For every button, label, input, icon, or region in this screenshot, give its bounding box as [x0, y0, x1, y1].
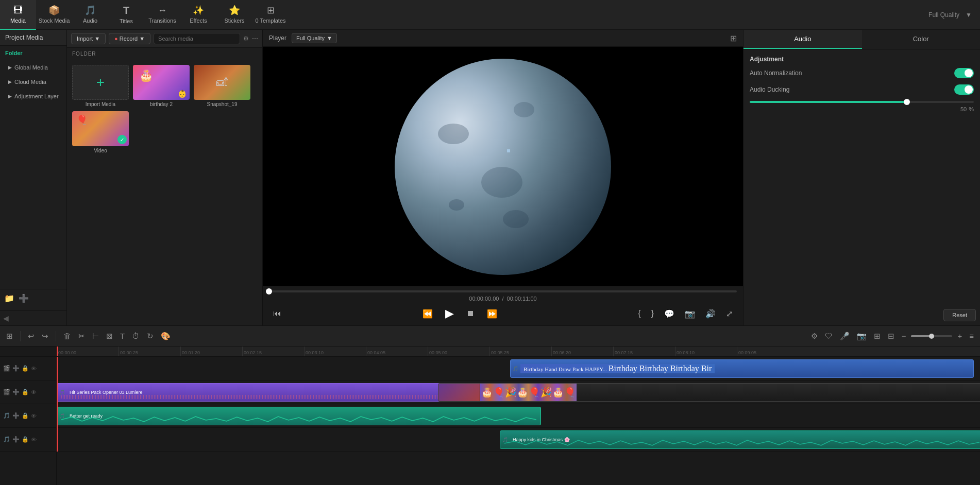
tl-cut-icon[interactable]: ✂ — [76, 331, 87, 342]
tl-minus-icon[interactable]: − — [900, 331, 908, 341]
auto-normalization-toggle[interactable] — [954, 68, 974, 78]
sidebar-item-global-media[interactable]: ▶ Global Media — [0, 60, 66, 75]
main-layout: Project Media Folder ▶ Global Media ▶ Cl… — [0, 30, 980, 325]
clip-better-get-ready[interactable]: 🎵 Better get ready — [57, 407, 541, 425]
tl-list-icon[interactable]: ≡ — [967, 331, 976, 341]
frame-forward-icon[interactable]: ⏩ — [483, 308, 501, 320]
sidebar-folder-icon[interactable]: 📁 — [4, 293, 14, 303]
project-media-header[interactable]: Project Media — [0, 30, 66, 46]
moon-crater-5 — [503, 210, 529, 228]
toolbar-templates-label: 0 Templates — [255, 18, 285, 24]
player-controls: 00:00:00.00 / 00:00:11:00 ⏮ ⏪ ▶ ⏹ ⏩ { } … — [263, 286, 743, 325]
tl-mic-icon[interactable]: 🎤 — [838, 331, 852, 342]
audio-ducking-toggle[interactable] — [954, 84, 974, 95]
tl-add-track-icon[interactable]: ⊞ — [4, 331, 15, 342]
track2-eye-icon[interactable]: 👁 — [31, 389, 37, 395]
track1-lock-icon[interactable]: 🔒 — [22, 365, 29, 372]
track4-add-icon[interactable]: ➕ — [12, 436, 20, 443]
mark-in-icon[interactable]: { — [634, 308, 645, 319]
track2-lock-icon[interactable]: 🔒 — [22, 389, 29, 395]
quality-select[interactable]: Full Quality ▼ — [292, 33, 337, 43]
track4-audio-icon: 🎵 — [3, 436, 10, 443]
tl-timer-icon[interactable]: ⏱ — [130, 331, 142, 341]
tl-text-icon[interactable]: T — [118, 331, 127, 341]
sidebar-add-icon[interactable]: ➕ — [19, 293, 29, 303]
timeline-scroll[interactable]: 00:00:00 00:00:25 00:01:20 00:02:15 00:0… — [57, 347, 980, 485]
tl-split-icon[interactable]: ⊢ — [90, 331, 101, 342]
toolbar-audio[interactable]: 🎵 Audio — [72, 0, 108, 30]
player-settings-icon[interactable]: ⊞ — [730, 34, 737, 43]
ducking-slider-track[interactable] — [750, 101, 974, 103]
tab-audio[interactable]: Audio — [744, 30, 862, 49]
record-button[interactable]: ● Record ▼ — [109, 33, 150, 44]
track3-eye-icon[interactable]: 👁 — [31, 413, 37, 419]
filter-icon[interactable]: ⚙ — [243, 35, 249, 42]
sidebar-item-adjustment-layer[interactable]: ▶ Adjustment Layer — [0, 89, 66, 103]
sidebar-item-cloud-media[interactable]: ▶ Cloud Media — [0, 75, 66, 89]
skip-back-icon[interactable]: ⏮ — [269, 308, 285, 319]
stickers-icon: ⭐ — [229, 5, 240, 16]
zoom-slider[interactable] — [911, 335, 952, 337]
tl-rotate-icon[interactable]: ↻ — [145, 331, 156, 342]
tl-color-icon[interactable]: 🎨 — [159, 331, 173, 342]
toolbar-transitions[interactable]: ↔ Transitions — [144, 0, 180, 30]
video-collage-frames: 🎂 🎈 🎉 🎂 🎈 🎉 🎂 🎈 — [438, 384, 577, 401]
tab-color[interactable]: Color — [862, 30, 981, 49]
tl-shield-icon[interactable]: 🛡 — [823, 331, 835, 341]
import-thumb[interactable]: + — [72, 65, 129, 100]
tl-camera-icon[interactable]: 📷 — [855, 331, 869, 342]
toolbar-media[interactable]: 🎞 Media — [0, 0, 36, 30]
ruler-spacer — [0, 347, 56, 357]
track1-add-icon[interactable]: ➕ — [12, 365, 20, 372]
mark-out-icon[interactable]: } — [647, 308, 658, 319]
play-icon[interactable]: ▶ — [441, 306, 458, 321]
progress-bar[interactable] — [269, 290, 737, 292]
tl-layout-icon[interactable]: ⊞ — [872, 331, 883, 342]
tl-undo-icon[interactable]: ↩ — [26, 331, 37, 342]
toolbar-stock-media[interactable]: 📦 Stock Media — [36, 0, 72, 30]
frame-back-icon[interactable]: ⏪ — [418, 308, 437, 320]
toolbar-templates[interactable]: ⊞ 0 Templates — [252, 0, 289, 30]
clip-hit-series[interactable]: 🎵 Hit Series Pack Opener 03 Lumiere — [57, 383, 500, 402]
clip-video-collage[interactable]: 🎂 🎈 🎉 🎂 🎈 🎉 🎂 🎈 — [438, 383, 980, 402]
project-media-label: Project Media — [5, 34, 43, 41]
toolbar-effects[interactable]: ✨ Effects — [180, 0, 216, 30]
folder-section-label: FOLDER — [67, 48, 262, 60]
fullscreen-icon[interactable]: ⤢ — [722, 308, 737, 320]
collapse-sidebar-btn[interactable]: ◀ — [0, 310, 66, 325]
track1-eye-icon[interactable]: 👁 — [31, 366, 37, 372]
media-item-snapshot19[interactable]: 🛋 Snapshot_19 — [194, 65, 250, 107]
track4-eye-icon[interactable]: 👁 — [31, 437, 37, 443]
track4-lock-icon[interactable]: 🔒 — [22, 436, 29, 443]
caption-icon[interactable]: 💬 — [660, 308, 679, 320]
toolbar-titles[interactable]: T Titles — [108, 0, 144, 30]
stop-icon[interactable]: ⏹ — [462, 308, 479, 319]
more-icon[interactable]: ⋯ — [252, 35, 258, 42]
media-item-video[interactable]: 🎈 ✓ Video — [72, 111, 129, 153]
import-button[interactable]: Import ▼ — [71, 33, 106, 44]
tl-plus-icon[interactable]: + — [955, 331, 964, 341]
tl-crop-icon[interactable]: ⊠ — [104, 331, 115, 342]
clip-birthday-title[interactable]: 🎵 Birthday Hand Draw Pack HAPPY... Birth… — [510, 359, 974, 378]
snapshot-icon[interactable]: 📷 — [681, 308, 699, 320]
tl-redo-icon[interactable]: ↪ — [40, 331, 50, 342]
right-content: Adjustment Auto Normalization Audio Duck… — [744, 49, 980, 305]
reset-button[interactable]: Reset — [943, 309, 976, 321]
playhead-ruler — [57, 347, 58, 356]
track3-add-icon[interactable]: ➕ — [12, 412, 20, 419]
import-media-item[interactable]: + Import Media — [72, 65, 129, 107]
left-sidebar: Project Media Folder ▶ Global Media ▶ Cl… — [0, 30, 67, 325]
plus-icon: + — [96, 74, 105, 91]
clip-happy-kids[interactable]: 🎵 Happy kids in Christmas 🌸 — [500, 430, 980, 449]
media-item-birthday2[interactable]: 🎂 👶 birthday 2 — [133, 65, 190, 107]
search-input[interactable] — [154, 33, 240, 44]
tl-settings-icon[interactable]: ⚙ — [809, 331, 820, 342]
track3-lock-icon[interactable]: 🔒 — [22, 412, 29, 419]
track2-add-icon[interactable]: ➕ — [12, 389, 20, 395]
tl-captions-icon[interactable]: ⊟ — [886, 331, 897, 342]
tl-delete-icon[interactable]: 🗑 — [61, 331, 73, 341]
volume-icon[interactable]: 🔊 — [701, 308, 720, 320]
star-dot — [507, 149, 510, 152]
toolbar-stickers[interactable]: ⭐ Stickers — [216, 0, 252, 30]
import-label: Import — [77, 36, 93, 42]
